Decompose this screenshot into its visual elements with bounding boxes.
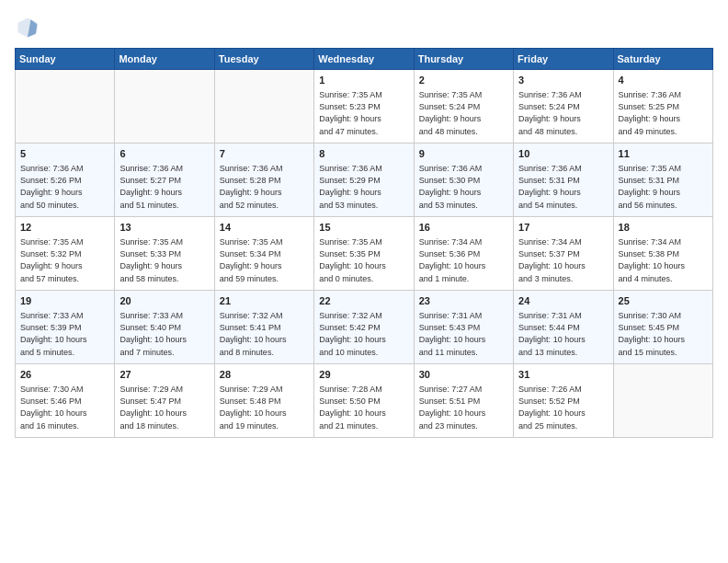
calendar-cell: 11Sunrise: 7:35 AM Sunset: 5:31 PM Dayli… — [613, 144, 712, 217]
calendar-cell: 9Sunrise: 7:36 AM Sunset: 5:30 PM Daylig… — [414, 144, 513, 217]
day-info: Sunrise: 7:26 AM Sunset: 5:52 PM Dayligh… — [518, 384, 608, 431]
day-number: 11 — [619, 147, 708, 161]
day-number: 25 — [619, 294, 708, 308]
day-info: Sunrise: 7:36 AM Sunset: 5:28 PM Dayligh… — [220, 163, 309, 211]
day-number: 17 — [518, 221, 608, 235]
calendar-cell: 21Sunrise: 7:32 AM Sunset: 5:41 PM Dayli… — [214, 291, 313, 364]
calendar-cell — [214, 70, 313, 144]
day-header-tuesday: Tuesday — [214, 49, 313, 70]
day-info: Sunrise: 7:30 AM Sunset: 5:45 PM Dayligh… — [619, 310, 708, 358]
calendar-cell: 29Sunrise: 7:28 AM Sunset: 5:50 PM Dayli… — [314, 364, 414, 438]
day-number: 12 — [20, 221, 109, 235]
calendar-week-5: 26Sunrise: 7:30 AM Sunset: 5:46 PM Dayli… — [16, 364, 713, 438]
day-info: Sunrise: 7:34 AM Sunset: 5:36 PM Dayligh… — [419, 236, 508, 284]
day-number: 22 — [319, 294, 408, 308]
calendar-cell: 5Sunrise: 7:36 AM Sunset: 5:26 PM Daylig… — [16, 144, 115, 217]
calendar-cell: 26Sunrise: 7:30 AM Sunset: 5:46 PM Dayli… — [16, 364, 115, 438]
calendar-cell: 14Sunrise: 7:35 AM Sunset: 5:34 PM Dayli… — [214, 217, 313, 291]
calendar-cell: 16Sunrise: 7:34 AM Sunset: 5:36 PM Dayli… — [414, 217, 513, 291]
day-number: 20 — [119, 294, 209, 308]
calendar-cell: 22Sunrise: 7:32 AM Sunset: 5:42 PM Dayli… — [314, 291, 414, 364]
day-number: 24 — [518, 294, 608, 308]
day-info: Sunrise: 7:36 AM Sunset: 5:31 PM Dayligh… — [518, 163, 608, 211]
day-number: 30 — [419, 368, 508, 382]
day-info: Sunrise: 7:35 AM Sunset: 5:31 PM Dayligh… — [619, 163, 708, 211]
day-number: 18 — [619, 221, 708, 235]
calendar-cell: 25Sunrise: 7:30 AM Sunset: 5:45 PM Dayli… — [613, 291, 712, 364]
day-info: Sunrise: 7:36 AM Sunset: 5:30 PM Dayligh… — [419, 163, 508, 211]
day-info: Sunrise: 7:31 AM Sunset: 5:43 PM Dayligh… — [419, 310, 508, 358]
day-number: 21 — [220, 294, 309, 308]
day-number: 31 — [518, 368, 608, 382]
calendar-week-1: 1Sunrise: 7:35 AM Sunset: 5:23 PM Daylig… — [16, 70, 713, 144]
day-info: Sunrise: 7:35 AM Sunset: 5:34 PM Dayligh… — [220, 236, 309, 284]
day-info: Sunrise: 7:29 AM Sunset: 5:47 PM Dayligh… — [119, 384, 209, 431]
day-number: 2 — [419, 74, 508, 87]
day-number: 10 — [518, 147, 608, 161]
day-info: Sunrise: 7:35 AM Sunset: 5:33 PM Dayligh… — [119, 236, 209, 284]
calendar-cell: 28Sunrise: 7:29 AM Sunset: 5:48 PM Dayli… — [214, 364, 313, 438]
calendar-cell: 17Sunrise: 7:34 AM Sunset: 5:37 PM Dayli… — [514, 217, 613, 291]
day-number: 8 — [319, 147, 408, 161]
calendar-cell: 3Sunrise: 7:36 AM Sunset: 5:24 PM Daylig… — [514, 70, 613, 144]
calendar-cell: 27Sunrise: 7:29 AM Sunset: 5:47 PM Dayli… — [115, 364, 214, 438]
calendar-week-4: 19Sunrise: 7:33 AM Sunset: 5:39 PM Dayli… — [16, 291, 713, 364]
calendar-cell — [16, 70, 115, 144]
calendar-week-3: 12Sunrise: 7:35 AM Sunset: 5:32 PM Dayli… — [16, 217, 713, 291]
calendar-week-2: 5Sunrise: 7:36 AM Sunset: 5:26 PM Daylig… — [16, 144, 713, 217]
calendar-cell: 30Sunrise: 7:27 AM Sunset: 5:51 PM Dayli… — [414, 364, 513, 438]
day-number: 14 — [220, 221, 309, 235]
day-info: Sunrise: 7:27 AM Sunset: 5:51 PM Dayligh… — [419, 384, 508, 431]
calendar-header-row: SundayMondayTuesdayWednesdayThursdayFrid… — [16, 49, 713, 70]
day-info: Sunrise: 7:35 AM Sunset: 5:32 PM Dayligh… — [20, 236, 109, 284]
day-header-saturday: Saturday — [613, 49, 712, 70]
day-info: Sunrise: 7:35 AM Sunset: 5:35 PM Dayligh… — [319, 236, 408, 284]
day-info: Sunrise: 7:36 AM Sunset: 5:29 PM Dayligh… — [319, 163, 408, 211]
day-number: 4 — [619, 74, 708, 87]
day-info: Sunrise: 7:34 AM Sunset: 5:38 PM Dayligh… — [619, 236, 708, 284]
calendar-cell: 31Sunrise: 7:26 AM Sunset: 5:52 PM Dayli… — [514, 364, 613, 438]
day-number: 3 — [518, 74, 608, 87]
day-info: Sunrise: 7:35 AM Sunset: 5:23 PM Dayligh… — [319, 89, 408, 137]
day-info: Sunrise: 7:36 AM Sunset: 5:26 PM Dayligh… — [20, 163, 109, 211]
day-info: Sunrise: 7:34 AM Sunset: 5:37 PM Dayligh… — [518, 236, 608, 284]
calendar-cell: 20Sunrise: 7:33 AM Sunset: 5:40 PM Dayli… — [115, 291, 214, 364]
day-info: Sunrise: 7:33 AM Sunset: 5:39 PM Dayligh… — [20, 310, 109, 358]
day-number: 16 — [419, 221, 508, 235]
day-info: Sunrise: 7:33 AM Sunset: 5:40 PM Dayligh… — [119, 310, 209, 358]
day-info: Sunrise: 7:28 AM Sunset: 5:50 PM Dayligh… — [319, 384, 408, 431]
calendar-cell: 6Sunrise: 7:36 AM Sunset: 5:27 PM Daylig… — [115, 144, 214, 217]
day-info: Sunrise: 7:31 AM Sunset: 5:44 PM Dayligh… — [518, 310, 608, 358]
day-number: 13 — [119, 221, 209, 235]
day-number: 5 — [20, 147, 109, 161]
calendar-cell — [613, 364, 712, 438]
day-info: Sunrise: 7:36 AM Sunset: 5:25 PM Dayligh… — [619, 89, 708, 137]
day-number: 26 — [20, 368, 109, 382]
page-header — [15, 15, 713, 40]
day-number: 19 — [20, 294, 109, 308]
calendar-cell: 8Sunrise: 7:36 AM Sunset: 5:29 PM Daylig… — [314, 144, 414, 217]
calendar-cell: 1Sunrise: 7:35 AM Sunset: 5:23 PM Daylig… — [314, 70, 414, 144]
day-header-monday: Monday — [115, 49, 214, 70]
day-number: 6 — [119, 147, 209, 161]
day-info: Sunrise: 7:29 AM Sunset: 5:48 PM Dayligh… — [220, 384, 309, 431]
calendar-cell: 2Sunrise: 7:35 AM Sunset: 5:24 PM Daylig… — [414, 70, 513, 144]
day-info: Sunrise: 7:35 AM Sunset: 5:24 PM Dayligh… — [419, 89, 508, 137]
day-info: Sunrise: 7:36 AM Sunset: 5:24 PM Dayligh… — [518, 89, 608, 137]
day-info: Sunrise: 7:36 AM Sunset: 5:27 PM Dayligh… — [119, 163, 209, 211]
calendar-cell: 12Sunrise: 7:35 AM Sunset: 5:32 PM Dayli… — [16, 217, 115, 291]
day-header-wednesday: Wednesday — [314, 49, 414, 70]
day-header-thursday: Thursday — [414, 49, 513, 70]
calendar-cell: 24Sunrise: 7:31 AM Sunset: 5:44 PM Dayli… — [514, 291, 613, 364]
day-number: 28 — [220, 368, 309, 382]
logo — [15, 15, 44, 40]
calendar-cell: 10Sunrise: 7:36 AM Sunset: 5:31 PM Dayli… — [514, 144, 613, 217]
calendar-cell: 13Sunrise: 7:35 AM Sunset: 5:33 PM Dayli… — [115, 217, 214, 291]
calendar-cell: 19Sunrise: 7:33 AM Sunset: 5:39 PM Dayli… — [16, 291, 115, 364]
calendar-table: SundayMondayTuesdayWednesdayThursdayFrid… — [15, 48, 713, 438]
day-number: 23 — [419, 294, 508, 308]
calendar-cell: 23Sunrise: 7:31 AM Sunset: 5:43 PM Dayli… — [414, 291, 513, 364]
calendar-cell — [115, 70, 214, 144]
calendar-cell: 15Sunrise: 7:35 AM Sunset: 5:35 PM Dayli… — [314, 217, 414, 291]
calendar-cell: 18Sunrise: 7:34 AM Sunset: 5:38 PM Dayli… — [613, 217, 712, 291]
